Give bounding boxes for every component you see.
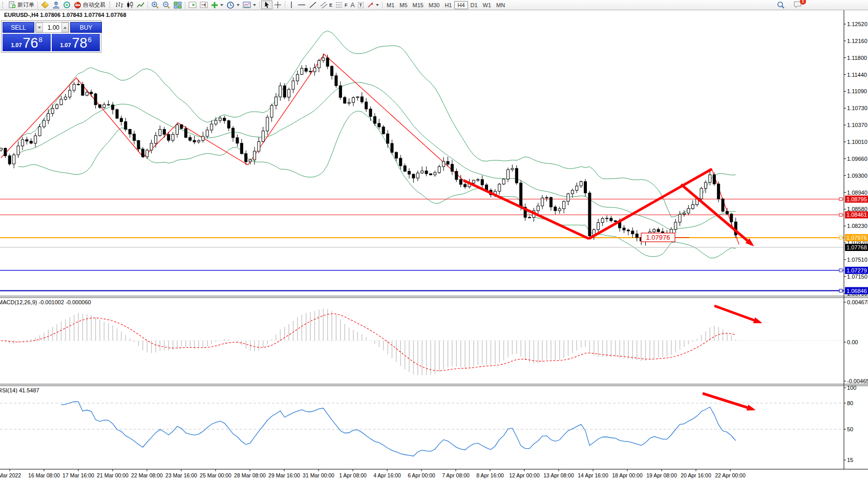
zoom-in-button[interactable]: [150, 1, 161, 9]
crosshair-icon: [274, 1, 282, 9]
candle: [331, 66, 333, 75]
timeframe-d1[interactable]: D1: [468, 1, 480, 9]
chart-shift-icon: [200, 1, 208, 9]
candle: [21, 140, 24, 146]
templates-button[interactable]: [241, 1, 258, 9]
crosshair-tool-button[interactable]: [272, 1, 283, 9]
candle: [4, 148, 7, 156]
zoom-out-button[interactable]: [161, 1, 172, 9]
timeframe-m1[interactable]: M1: [384, 1, 397, 9]
candle: [98, 105, 101, 108]
candle: [356, 97, 359, 98]
chart-shift-button[interactable]: [198, 1, 209, 9]
auto-scroll-button[interactable]: [187, 1, 198, 9]
buy-price-big: 78: [72, 36, 88, 50]
time-tick: 17 Mar 16:00: [62, 472, 94, 478]
styler-button[interactable]: [39, 1, 51, 9]
channel-tool[interactable]: E: [319, 1, 334, 9]
candle: [558, 209, 561, 211]
one-click-trading-panel: SELL BUY 1.07 76 8 1.07 78 6: [1, 20, 101, 53]
tile-windows-button[interactable]: [172, 1, 183, 9]
candle: [691, 205, 694, 209]
buy-price[interactable]: 1.07 78 6: [52, 34, 100, 51]
chart-canvas[interactable]: 1.079761.125201.121601.118001.114401.110…: [0, 10, 868, 482]
text-tool-letter: A: [351, 2, 355, 9]
candle: [172, 134, 174, 140]
text-label-tool[interactable]: T: [356, 1, 366, 9]
candle: [477, 180, 479, 181]
cursor-tool-button[interactable]: [261, 1, 272, 9]
candlestick-chart-button[interactable]: [124, 1, 135, 9]
price-tick: 1.10370: [847, 122, 867, 128]
auto-scroll-icon: [188, 1, 197, 9]
indicators-button[interactable]: [209, 1, 225, 9]
svg-text:1.08461: 1.08461: [846, 212, 867, 218]
new-order-button[interactable]: 新订单: [7, 1, 36, 9]
zoom-in-icon: [151, 1, 159, 9]
timeframe-m5[interactable]: M5: [397, 1, 410, 9]
sell-button[interactable]: SELL: [3, 22, 34, 33]
candle: [399, 158, 402, 166]
candle: [262, 131, 264, 142]
text-tool[interactable]: A: [349, 1, 356, 9]
timeframe-mn[interactable]: MN: [494, 1, 507, 9]
trendline-tool[interactable]: [307, 1, 319, 9]
fibonacci-icon: [335, 1, 343, 9]
candle: [657, 229, 660, 232]
trend-arrows: [463, 169, 763, 410]
timeframe-h4[interactable]: H4: [454, 1, 468, 9]
time-tick: Mar 2022: [0, 472, 21, 478]
notifications-button[interactable]: 1: [793, 1, 802, 10]
candle: [636, 234, 638, 238]
candle: [416, 173, 419, 178]
price-tick: 1.07150: [847, 274, 867, 280]
arrows-tool[interactable]: [365, 1, 380, 9]
community-button[interactable]: [51, 1, 61, 9]
line-chart-button[interactable]: [135, 1, 146, 9]
volume-increase-button[interactable]: [61, 23, 69, 32]
candlestick-icon: [126, 1, 134, 9]
candle: [189, 137, 192, 140]
timeframe-m15[interactable]: M15: [410, 1, 426, 9]
zoom-out-icon: [162, 1, 171, 9]
candle: [451, 164, 453, 172]
time-tick: 8 Apr 16:00: [476, 472, 504, 478]
candle: [438, 166, 440, 173]
candle: [369, 109, 372, 116]
time-tick: 16 Mar 08:00: [28, 472, 60, 478]
volume-input[interactable]: [43, 23, 61, 32]
line-chart-icon: [137, 1, 144, 9]
timeframe-m30[interactable]: M30: [426, 1, 442, 9]
candle: [227, 121, 230, 128]
candle: [610, 218, 612, 221]
candle: [442, 161, 445, 166]
sell-price[interactable]: 1.07 76 8: [3, 34, 51, 51]
candle: [588, 193, 591, 236]
candle: [245, 154, 247, 162]
fibonacci-tool[interactable]: F: [334, 1, 349, 9]
vertical-line-tool[interactable]: [287, 1, 296, 9]
price-tick: 1.09660: [847, 156, 867, 162]
candle: [421, 171, 424, 173]
candle: [292, 81, 294, 89]
auto-trading-button[interactable]: 自动交易: [72, 1, 107, 9]
periods-button[interactable]: [225, 1, 241, 9]
candle: [605, 218, 608, 219]
price-tick: 1.10730: [847, 105, 867, 111]
time-tick: 28 Mar 08:00: [234, 472, 266, 478]
candle: [47, 114, 50, 120]
timeframe-h1[interactable]: H1: [442, 1, 454, 9]
notification-badge: 1: [800, 0, 806, 5]
candle: [133, 134, 136, 141]
signals-button[interactable]: [61, 1, 72, 9]
candle: [459, 179, 462, 184]
candle: [683, 213, 686, 214]
timeframe-w1[interactable]: W1: [480, 1, 494, 9]
horizontal-line-tool[interactable]: [296, 1, 307, 9]
search-icon[interactable]: [777, 1, 785, 9]
candle: [155, 136, 157, 143]
volume-decrease-button[interactable]: [36, 23, 43, 32]
buy-button[interactable]: BUY: [70, 22, 102, 33]
bar-chart-button[interactable]: [114, 1, 124, 9]
candle: [141, 149, 144, 157]
